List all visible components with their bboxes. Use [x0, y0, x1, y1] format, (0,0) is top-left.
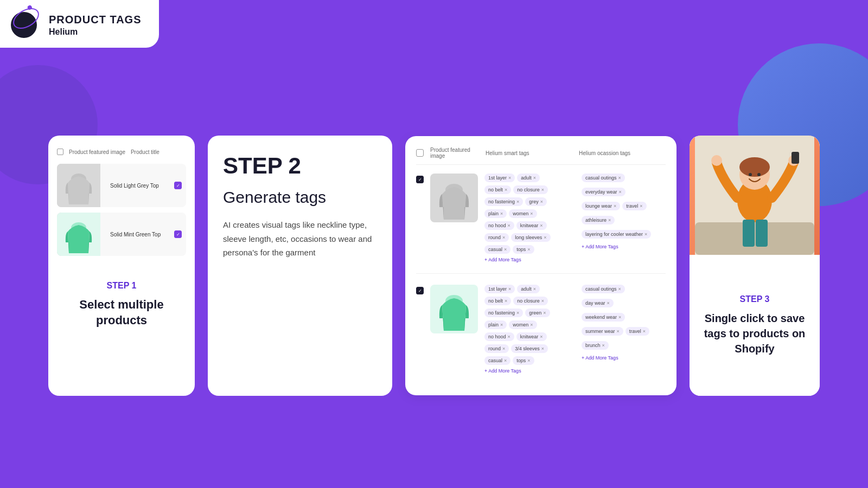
occasion-tag[interactable]: layering for cooler weather × — [582, 230, 651, 239]
row1-checkbox[interactable] — [416, 176, 424, 183]
tag[interactable]: no hood × — [484, 332, 514, 341]
logo-dot — [27, 4, 33, 10]
product2-info: Solid Mint Green Top — [106, 227, 169, 242]
svg-rect-15 — [792, 152, 799, 164]
product2-name: Solid Mint Green Top — [110, 232, 164, 237]
step3-card: STEP 3 Single click to save tags to prod… — [690, 136, 820, 396]
tag[interactable]: casual × — [484, 356, 510, 365]
product-list-header: Product featured image Product title — [57, 144, 186, 157]
panel-col2-header: Helium smart tags — [486, 150, 572, 156]
tag[interactable]: no fastening × — [484, 309, 523, 317]
step3-label: STEP 3 — [698, 294, 811, 304]
occasion-tag[interactable]: weekend wear × — [582, 313, 625, 322]
step2-panel: Product featured image Helium smart tags… — [405, 136, 676, 395]
tag[interactable]: plain × — [484, 320, 507, 329]
occasion-tag[interactable]: everyday wear × — [582, 188, 626, 196]
tag[interactable]: no closure × — [513, 185, 548, 194]
tag[interactable]: plain × — [484, 209, 507, 218]
step1-desc: Select multiple products — [57, 297, 186, 328]
step2-label: STEP 2 — [223, 153, 377, 179]
tag[interactable]: knitwear × — [516, 332, 547, 341]
add-more-btn-occasion-2[interactable]: + Add More Tags — [582, 355, 666, 361]
panel-col1-header: Product featured image — [430, 147, 479, 159]
product1-checkbox[interactable] — [174, 182, 182, 189]
svg-point-18 — [749, 173, 752, 176]
occasion-tag[interactable]: travel × — [626, 327, 649, 336]
header: PRODUCT TAGS Helium — [0, 0, 159, 48]
col1-header: Product featured image — [69, 149, 125, 155]
step2-title: Generate tags — [223, 188, 377, 207]
product2-checkbox[interactable] — [174, 230, 182, 238]
svg-point-19 — [757, 173, 761, 176]
svg-point-13 — [711, 155, 722, 166]
tag[interactable]: green × — [525, 309, 550, 317]
product1-image — [57, 164, 100, 207]
panel-row-1: 1st layer × adult × no belt × no closure… — [416, 174, 666, 274]
occasion-tag[interactable]: day wear × — [582, 299, 614, 307]
tag[interactable]: women × — [509, 209, 537, 218]
row2-smart-tags: 1st layer × adult × no belt × no closure… — [484, 285, 575, 374]
logo-icon — [11, 10, 41, 40]
product2-image — [57, 213, 100, 256]
panel-header-checkbox[interactable] — [416, 149, 424, 157]
occasion-tag[interactable]: travel × — [622, 202, 646, 210]
product-item-2[interactable]: Solid Mint Green Top — [57, 213, 186, 256]
tag[interactable]: tops × — [513, 356, 534, 365]
tag[interactable]: no belt × — [484, 185, 511, 194]
panel-header: Product featured image Helium smart tags… — [416, 147, 666, 165]
tag[interactable]: round × — [484, 233, 509, 242]
step2-desc: AI creates visual tags like neckline typ… — [223, 218, 377, 260]
header-checkbox[interactable] — [57, 149, 63, 155]
tag[interactable]: 1st layer × — [484, 174, 515, 182]
tag[interactable]: adult × — [517, 174, 540, 182]
occasion-tag[interactable]: summer wear × — [582, 327, 623, 336]
row2-thumb — [430, 285, 478, 333]
product1-name: Solid Light Grey Top — [110, 183, 164, 189]
occasion-tag[interactable]: lounge wear × — [582, 202, 620, 210]
occasion-tag[interactable]: casual outings × — [582, 174, 625, 182]
tag[interactable]: 1st layer × — [484, 285, 515, 293]
step1-product-list: Product featured image Product title Sol… — [48, 136, 195, 270]
svg-rect-16 — [743, 220, 755, 247]
add-more-btn-occasion-1[interactable]: + Add More Tags — [582, 244, 666, 249]
product1-info: Solid Light Grey Top — [106, 178, 169, 193]
step2-text-card: STEP 2 Generate tags AI creates visual t… — [208, 136, 392, 396]
row2-occasion-tags: casual outings × day wear × weekend wear… — [582, 285, 666, 361]
tag[interactable]: 3/4 sleeves × — [511, 344, 548, 353]
tag[interactable]: long sleeves × — [511, 233, 550, 242]
step3-image — [690, 136, 820, 255]
occasion-tag[interactable]: casual outings × — [582, 285, 625, 293]
tag[interactable]: grey × — [525, 197, 547, 206]
tag[interactable]: knitwear × — [516, 221, 547, 230]
app-title: PRODUCT TAGS — [49, 14, 142, 26]
step1-card: Product featured image Product title Sol… — [48, 136, 195, 396]
row2-checkbox[interactable] — [416, 287, 424, 294]
occasion-tag[interactable]: athleisure × — [582, 216, 615, 224]
panel-col3-header: Helium ocassion tags — [579, 150, 666, 156]
svg-rect-17 — [756, 220, 768, 247]
tag[interactable]: tops × — [513, 245, 534, 254]
row1-smart-tags: 1st layer × adult × no belt × no closure… — [484, 174, 575, 262]
header-text: PRODUCT TAGS Helium — [49, 14, 142, 37]
tag[interactable]: women × — [509, 320, 537, 329]
tag[interactable]: casual × — [484, 245, 510, 254]
product-item-1[interactable]: Solid Light Grey Top — [57, 164, 186, 207]
tag[interactable]: no hood × — [484, 221, 514, 230]
add-more-btn-2[interactable]: + Add More Tags — [484, 368, 575, 374]
tag[interactable]: no belt × — [484, 297, 511, 305]
tag[interactable]: no closure × — [513, 297, 548, 305]
main-content: Product featured image Product title Sol… — [0, 87, 868, 445]
occasion-tag[interactable]: brunch × — [582, 341, 609, 350]
step1-label: STEP 1 — [57, 281, 186, 291]
step3-bottom: STEP 3 Single click to save tags to prod… — [690, 255, 820, 396]
row1-thumb — [430, 174, 478, 222]
add-more-btn-1[interactable]: + Add More Tags — [484, 257, 575, 262]
tag[interactable]: adult × — [517, 285, 540, 293]
tag[interactable]: round × — [484, 344, 509, 353]
tag[interactable]: no fastening × — [484, 197, 523, 206]
row1-occasion-tags: casual outings × everyday wear × lounge … — [582, 174, 666, 249]
svg-point-12 — [739, 157, 770, 177]
app-subtitle: Helium — [49, 27, 142, 37]
panel-row-2: 1st layer × adult × no belt × no closure… — [416, 285, 666, 384]
col2-header: Product title — [131, 149, 159, 155]
